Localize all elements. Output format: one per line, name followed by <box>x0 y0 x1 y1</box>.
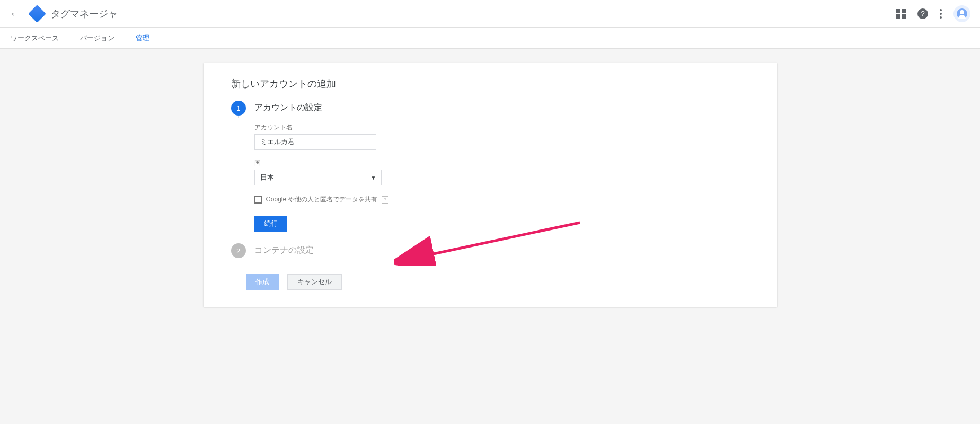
new-account-card: 新しいアカウントの追加 1 アカウントの設定 アカウント名 国 日本 ▼ Goo… <box>204 63 777 307</box>
tabbar: ワークスペース バージョン 管理 <box>0 28 980 49</box>
account-name-label: アカウント名 <box>254 123 749 132</box>
create-button[interactable]: 作成 <box>246 274 279 290</box>
step1-badge: 1 <box>231 101 246 116</box>
tab-admin[interactable]: 管理 <box>135 28 151 49</box>
share-data-label: Google や他の人と匿名でデータを共有 <box>266 195 377 204</box>
account-name-input[interactable] <box>254 134 376 150</box>
logo-wrap: タグマネージャ <box>31 7 118 20</box>
help-icon[interactable]: ? <box>917 8 928 19</box>
more-vert-icon[interactable] <box>940 9 942 19</box>
apps-grid-icon[interactable] <box>896 9 906 19</box>
card-title: 新しいアカウントの追加 <box>231 77 749 90</box>
tag-manager-logo-icon <box>28 5 46 23</box>
country-label: 国 <box>254 158 749 167</box>
topbar: ← タグマネージャ ? <box>0 0 980 28</box>
step2-row: 2 コンテナの設定 <box>231 243 749 258</box>
step-connector <box>238 116 239 118</box>
continue-button[interactable]: 続行 <box>254 216 287 232</box>
step2-badge: 2 <box>231 243 246 258</box>
share-data-checkbox[interactable] <box>254 196 262 204</box>
step1-row: 1 アカウントの設定 <box>231 101 749 116</box>
content-area: 新しいアカウントの追加 1 アカウントの設定 アカウント名 国 日本 ▼ Goo… <box>0 49 980 321</box>
step1-heading: アカウントの設定 <box>254 101 322 113</box>
country-select[interactable]: 日本 ▼ <box>254 170 382 186</box>
share-help-icon[interactable]: ? <box>382 196 389 204</box>
topbar-right: ? <box>896 5 970 22</box>
tab-workspace[interactable]: ワークスペース <box>10 28 60 49</box>
tab-version[interactable]: バージョン <box>79 28 116 49</box>
step2-heading: コンテナの設定 <box>254 243 314 256</box>
app-title: タグマネージャ <box>51 7 118 20</box>
back-arrow-icon[interactable]: ← <box>10 5 21 23</box>
user-avatar[interactable] <box>953 5 970 22</box>
share-data-row: Google や他の人と匿名でデータを共有 ? <box>254 195 749 204</box>
step1-content: アカウント名 国 日本 ▼ Google や他の人と匿名でデータを共有 ? 続行 <box>254 123 749 232</box>
country-select-value: 日本 <box>260 173 274 182</box>
cancel-button[interactable]: キャンセル <box>287 274 342 290</box>
action-row: 作成 キャンセル <box>246 274 749 290</box>
